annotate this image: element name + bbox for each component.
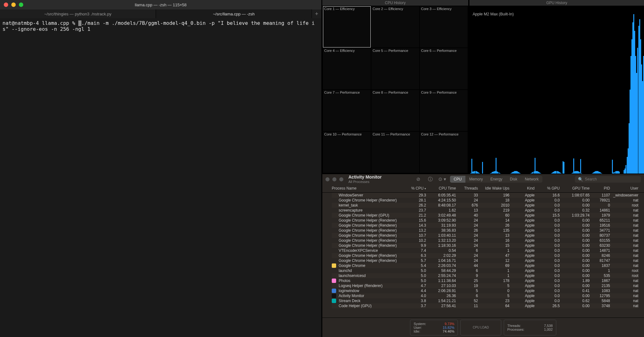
core-tile[interactable]: Core 11 — Performance bbox=[371, 132, 419, 173]
terminal-titlebar[interactable]: llama.cpp — -zsh — 115×58 bbox=[0, 0, 321, 9]
stop-process-button[interactable]: ⊘ bbox=[414, 176, 423, 183]
cell: 1:03:40.11 bbox=[426, 233, 456, 238]
am-footer: System: 9.73% User: 15.82% Idle: 74.46% … bbox=[322, 318, 644, 337]
table-row[interactable]: Google Chrome Helper (Renderer)10.71:03:… bbox=[332, 233, 638, 238]
maximize-icon[interactable] bbox=[19, 3, 23, 7]
table-row[interactable]: launchservicesd5.02:55:24.7491Apple0.00.… bbox=[332, 273, 638, 278]
close-icon[interactable] bbox=[4, 3, 8, 7]
new-tab-button[interactable]: + bbox=[312, 9, 321, 18]
column-header[interactable]: Threads bbox=[456, 186, 478, 191]
am-tab-cpu[interactable]: CPU bbox=[450, 176, 465, 183]
cell: root bbox=[610, 273, 638, 278]
cpu-history-titlebar[interactable]: CPU History bbox=[322, 0, 468, 6]
cell: 0.00 bbox=[560, 248, 590, 253]
app-icon bbox=[332, 263, 336, 268]
terminal-tab[interactable]: ~/src/thingies — python3 ./nstrack.py bbox=[0, 9, 156, 18]
table-row[interactable]: Google Chrome Helper (Renderer)14.331:19… bbox=[332, 223, 638, 228]
minimize-icon[interactable] bbox=[332, 177, 336, 181]
core-tile[interactable]: Core 1 — Efficiency bbox=[323, 6, 371, 47]
table-row[interactable]: Stream Deck3.81:54:21.215223Apple0.00.62… bbox=[332, 298, 638, 303]
cell: 21.2 bbox=[404, 213, 426, 218]
table-row[interactable]: Google Chrome Helper (Renderer)28.14:24:… bbox=[332, 198, 638, 203]
am-search[interactable]: 🔍 bbox=[575, 176, 641, 183]
table-row[interactable]: WindowServer29.36:05:35.4133196Apple16.6… bbox=[332, 193, 638, 198]
core-tile[interactable]: Core 8 — Performance bbox=[371, 90, 419, 131]
cell: 1837 bbox=[590, 263, 610, 268]
core-tile[interactable]: Core 5 — Performance bbox=[371, 48, 419, 89]
maximize-icon[interactable] bbox=[339, 177, 343, 181]
table-row[interactable]: kernel_task26.28:48:08.176762010Apple0.0… bbox=[332, 203, 638, 208]
settings-menu-button[interactable]: ⊙ ▾ bbox=[438, 176, 447, 183]
core-tile[interactable]: Core 4 — Efficiency bbox=[323, 48, 371, 89]
table-row[interactable]: Photos5.01:11:38.6425178Apple0.01.891867… bbox=[332, 278, 638, 283]
terminal-tab[interactable]: ~/src/llama.cpp — -zsh bbox=[156, 9, 312, 18]
column-header[interactable]: CPU Time bbox=[426, 186, 456, 191]
traffic-lights bbox=[325, 177, 343, 181]
column-header[interactable]: Kind bbox=[509, 186, 535, 191]
gpu-chart bbox=[469, 6, 644, 174]
cell: 9 bbox=[456, 273, 478, 278]
column-header[interactable]: User bbox=[610, 186, 638, 191]
am-tab-memory[interactable]: Memory bbox=[465, 176, 486, 183]
cell: 0.0 bbox=[535, 223, 560, 228]
table-row[interactable]: Google Chrome Helper (Renderer)6.32:02.2… bbox=[332, 253, 638, 258]
column-header[interactable]: % GPU bbox=[535, 186, 560, 191]
table-row[interactable]: Google Chrome Helper (Renderer)9.91:18:3… bbox=[332, 243, 638, 248]
core-tile[interactable]: Core 6 — Performance bbox=[420, 48, 468, 89]
table-row[interactable]: Google Chrome5.42:26:03.744469Apple0.00.… bbox=[332, 263, 638, 268]
column-header[interactable]: PID bbox=[590, 186, 610, 191]
core-chart bbox=[371, 48, 419, 89]
cell: 0.00 bbox=[560, 304, 590, 308]
table-row[interactable]: Google Chrome Helper (Renderer)10.21:32:… bbox=[332, 238, 638, 243]
table-row[interactable]: launchd5.058:44.2961Apple0.00.001root bbox=[332, 268, 638, 273]
table-row[interactable]: Activity Monitor4.026.3665Apple0.00.0012… bbox=[332, 293, 638, 298]
cell: 3.8 bbox=[404, 299, 426, 303]
am-tab-disk[interactable]: Disk bbox=[506, 176, 521, 183]
cell: 78921 bbox=[590, 198, 610, 202]
core-tile[interactable]: Core 3 — Efficiency bbox=[420, 6, 468, 47]
cell: 0.0 bbox=[535, 203, 560, 207]
minimize-icon[interactable] bbox=[11, 3, 16, 7]
info-button[interactable]: ⓘ bbox=[426, 176, 435, 183]
cell: 23.7 bbox=[404, 208, 426, 213]
cell: root bbox=[610, 203, 638, 207]
terminal-body[interactable]: nat@natmbp-4 llama.cpp % ./main -m ./mod… bbox=[0, 18, 321, 337]
column-header[interactable]: GPU Time bbox=[560, 186, 590, 191]
core-tile[interactable]: Core 2 — Efficiency bbox=[371, 6, 419, 47]
cell: 0.00 bbox=[560, 253, 590, 258]
table-row[interactable]: loginwindow4.42:06:28.9150Apple0.00.4110… bbox=[332, 288, 638, 293]
am-tab-energy[interactable]: Energy bbox=[487, 176, 506, 183]
am-tab-network[interactable]: Network bbox=[521, 176, 542, 183]
core-tile[interactable]: Core 12 — Performance bbox=[420, 132, 468, 173]
column-header[interactable]: Idle Wake Ups bbox=[478, 186, 509, 191]
am-table-body[interactable]: WindowServer29.36:05:35.4133196Apple16.6… bbox=[322, 193, 644, 318]
column-header[interactable]: % CPU▾ bbox=[404, 186, 426, 191]
table-row[interactable]: Google Chrome Helper (Renderer)15.63:09:… bbox=[332, 218, 638, 223]
table-row[interactable]: screencapture23.71.6213219Apple0.00.3214… bbox=[332, 208, 638, 213]
core-chart bbox=[323, 132, 371, 173]
core-tile[interactable]: Core 10 — Performance bbox=[323, 132, 371, 173]
cell: 24 bbox=[456, 243, 478, 248]
cell: screencapture bbox=[332, 208, 404, 213]
close-icon[interactable] bbox=[325, 177, 330, 181]
cell: 3:09:52.90 bbox=[426, 218, 456, 223]
table-row[interactable]: Google Chrome Helper (Renderer)5.71:04:1… bbox=[332, 258, 638, 263]
gpu-history-titlebar[interactable]: GPU History bbox=[469, 0, 644, 6]
cell: nat bbox=[610, 218, 638, 223]
cell: 1.89 bbox=[560, 279, 590, 283]
cell: 1:54:21.21 bbox=[426, 299, 456, 303]
table-row[interactable]: Google Chrome Helper (Renderer)13.238:36… bbox=[332, 228, 638, 233]
table-row[interactable]: VTEncoderXPCService7.40.5461Apple0.00.00… bbox=[332, 248, 638, 253]
cell: 15 bbox=[478, 243, 509, 248]
threads-label: Threads: bbox=[507, 324, 521, 328]
table-row[interactable]: Code Helper (GPU)3.727:56.411164Apple26.… bbox=[332, 303, 638, 308]
am-search-input[interactable] bbox=[585, 177, 638, 181]
cell: loginwindow bbox=[332, 289, 404, 293]
core-tile[interactable]: Core 7 — Performance bbox=[323, 90, 371, 131]
am-table-header[interactable]: Process Name% CPU▾CPU TimeThreadsIdle Wa… bbox=[322, 184, 644, 193]
cell: 80737 bbox=[590, 233, 610, 238]
core-tile[interactable]: Core 9 — Performance bbox=[420, 90, 468, 131]
column-header[interactable]: Process Name bbox=[332, 186, 404, 191]
table-row[interactable]: Logseq Helper (Renderer)4.727:10.03195Ap… bbox=[332, 283, 638, 288]
table-row[interactable]: Google Chrome Helper (GPU)21.23:02:49.48… bbox=[332, 213, 638, 218]
